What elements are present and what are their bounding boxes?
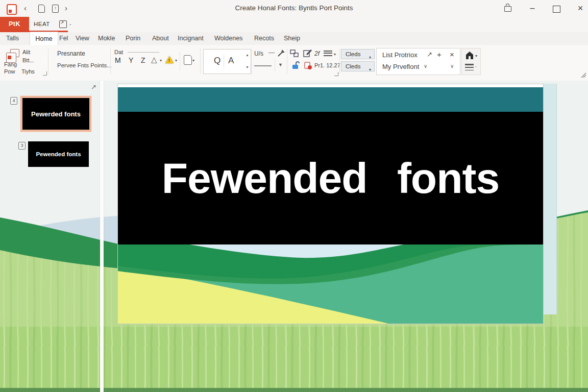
- panel-divider[interactable]: [100, 81, 104, 392]
- maximize-button[interactable]: [553, 6, 560, 13]
- align-justify-icon[interactable]: [324, 51, 332, 57]
- ribbon: Fang Pow Alit Btt... Tiyhs Presnante Per…: [0, 45, 588, 81]
- format-painter-icon[interactable]: [277, 49, 285, 57]
- slide-thumbnail-2[interactable]: Pewended fonts: [28, 141, 89, 167]
- clipboard-dialog-launcher-icon[interactable]: [43, 71, 47, 76]
- slide-backdrop: [543, 84, 557, 314]
- edit-pen-icon[interactable]: [303, 49, 312, 58]
- tab-about[interactable]: About: [150, 32, 171, 45]
- line-style-dropdown-icon[interactable]: ▼: [278, 62, 283, 67]
- lock-icon: [504, 6, 511, 12]
- style-title[interactable]: List Protriox: [382, 51, 418, 59]
- align-dropdown-icon[interactable]: ▾: [334, 52, 336, 57]
- home-dropdown-icon[interactable]: ▾: [475, 54, 477, 58]
- outline-list-icon[interactable]: [465, 64, 474, 70]
- italic-button[interactable]: Y: [129, 56, 133, 64]
- tab-home[interactable]: Home: [30, 32, 58, 46]
- presentation-line-1[interactable]: Presnante: [57, 50, 85, 57]
- share-dash: -: [69, 21, 71, 27]
- quick-access-label[interactable]: HEAT: [34, 21, 50, 27]
- clipboard-item-3[interactable]: Tiyhs: [21, 68, 35, 75]
- bold-button[interactable]: M: [115, 56, 121, 64]
- close-button[interactable]: ×: [574, 3, 587, 14]
- clipboard-caption-2: Pow: [4, 68, 15, 75]
- tab-sheip[interactable]: Sheip: [282, 32, 302, 45]
- tab-mokle[interactable]: Mokle: [96, 32, 117, 45]
- font-label: Dat: [114, 49, 123, 55]
- slide-2-title: Pewended fonts: [28, 141, 89, 167]
- tab-fel[interactable]: Fel: [57, 32, 70, 45]
- panel-resize-icon[interactable]: ↗: [91, 83, 96, 91]
- tab-view[interactable]: View: [74, 32, 91, 45]
- search-icon[interactable]: Q: [214, 56, 220, 66]
- slide-2-number: 3: [18, 142, 26, 150]
- tab-incignant[interactable]: Incignant: [176, 32, 206, 45]
- paragraph-dash: —: [268, 49, 275, 56]
- styles-panel: List Protriox ↗ + × My Prveflont ∨ ∨: [376, 48, 460, 75]
- clipboard-caption-1: Fang: [4, 61, 17, 67]
- font-size-box[interactable]: Q A: [203, 49, 251, 74]
- slide-title-box[interactable]: Fewended fonts: [118, 112, 543, 244]
- size-up-icon[interactable]: ▲: [246, 53, 249, 57]
- share-icon[interactable]: [59, 20, 67, 28]
- ribbon-tabs: Talls Home Fel View Mokle Porin About In…: [0, 32, 588, 45]
- presentation-line-2[interactable]: Pervee Fnts Points...: [57, 62, 112, 68]
- line-style-sample[interactable]: [254, 65, 272, 66]
- minimize-button[interactable]: –: [526, 3, 539, 14]
- slide-1-title: Pewerded fonts: [22, 98, 89, 130]
- underline-button[interactable]: Z: [141, 56, 145, 64]
- slide-title-text: Fewended fonts: [162, 154, 499, 203]
- shape-outline-icon[interactable]: △: [151, 55, 157, 64]
- tab-porin[interactable]: Porin: [124, 32, 142, 45]
- flowchart-icon[interactable]: [290, 50, 299, 58]
- diagonal-arrow-icon[interactable]: ↗: [427, 51, 432, 58]
- chevron-icon[interactable]: ∨: [450, 63, 454, 69]
- new-slide-icon[interactable]: [184, 55, 192, 65]
- home-icon[interactable]: [465, 51, 474, 60]
- file-button[interactable]: PtK: [0, 17, 29, 32]
- count-label: 2f: [314, 50, 320, 57]
- shape-dropdown-icon[interactable]: ▾: [160, 58, 162, 63]
- slide-canvas[interactable]: Fewended fonts: [117, 84, 544, 324]
- slide-thumbnail-1[interactable]: Pewerded fonts: [20, 96, 91, 132]
- font-name-line: [128, 52, 159, 53]
- slide-teal-bar: [118, 87, 543, 112]
- quick-access-bar: PtK HEAT -: [0, 17, 588, 32]
- style-subtitle[interactable]: My Prveflont: [382, 63, 419, 70]
- theme-group: ▾ -: [461, 48, 481, 75]
- new-slide-dropdown-icon[interactable]: ▾: [192, 58, 194, 63]
- warning-dropdown-icon[interactable]: ▾: [175, 58, 177, 63]
- tab-woldenes[interactable]: Woldenes: [212, 32, 244, 45]
- styles-dropdown-2-label: Cleds: [346, 63, 360, 69]
- add-style-icon[interactable]: +: [437, 50, 442, 59]
- protected-doc-icon[interactable]: [304, 61, 312, 69]
- font-size-value[interactable]: A: [228, 56, 234, 66]
- remove-style-icon[interactable]: ×: [450, 50, 454, 59]
- clipboard-item-2[interactable]: Btt...: [22, 57, 34, 63]
- styles-dropdown-1-label: Cleds: [346, 51, 360, 57]
- chevron-icon[interactable]: ∨: [424, 63, 427, 69]
- work-area: ↗ 4 Pewerded fonts 3 Pewended fonts Fewe…: [0, 81, 588, 392]
- styles-dropdown-1[interactable]: Cleds ▾: [341, 49, 375, 59]
- window-title: Create Honal Fonts: Byntls Port Points: [0, 4, 588, 12]
- outline-dash: -: [475, 64, 477, 69]
- ribbon-resize-handle-icon[interactable]: [581, 72, 587, 78]
- slide-wave-art: [118, 244, 543, 324]
- print-label: Pr1. 12.27: [314, 62, 340, 68]
- tab-talls[interactable]: Talls: [4, 32, 21, 45]
- warning-icon[interactable]: [165, 56, 174, 63]
- slide-1-number: 4: [10, 97, 17, 105]
- editing-dialog-launcher-icon[interactable]: [334, 72, 338, 76]
- chevron-down-icon: ▾: [369, 65, 371, 75]
- title-bar: ‹ ↑ › Create Honal Fonts: Byntls Port Po…: [0, 0, 588, 17]
- paragraph-label[interactable]: U/s: [254, 50, 263, 57]
- styles-dropdown-2[interactable]: Cleds ▾: [341, 61, 375, 71]
- size-down-icon[interactable]: ▼: [246, 65, 249, 69]
- clipboard-item-1[interactable]: Alit: [22, 49, 30, 55]
- tab-recots[interactable]: Recots: [252, 32, 276, 45]
- unlock-icon[interactable]: [292, 61, 300, 69]
